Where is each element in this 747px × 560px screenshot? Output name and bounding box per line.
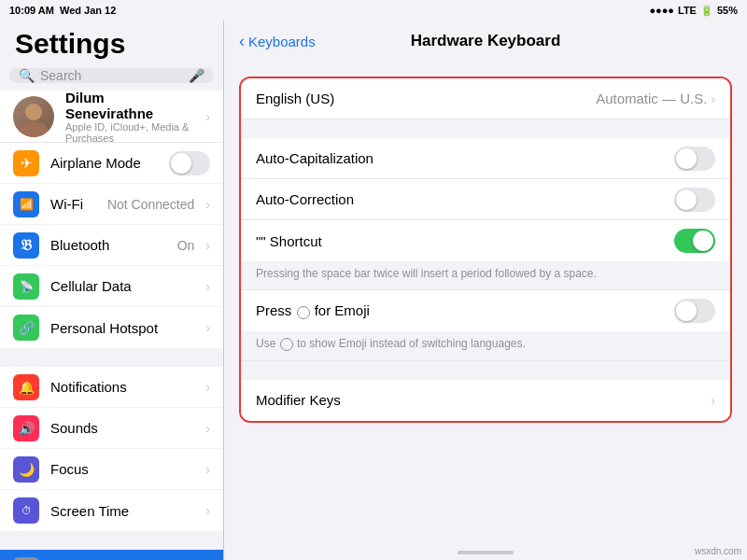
emoji-row[interactable]: Press for Emoji [241, 290, 730, 331]
battery-icon: 🔋 [700, 5, 713, 17]
sidebar-item-notifications[interactable]: 🔔 Notifications › [0, 367, 223, 408]
search-icon: 🔍 [19, 68, 35, 83]
period-shortcut-toggle[interactable] [674, 229, 715, 253]
sidebar: Settings 🔍 Search 🎤 Dilum Senevirathne A… [0, 21, 224, 560]
period-note: Pressing the space bar twice will insert… [241, 261, 730, 289]
language-value: Automatic — U.S. [596, 91, 707, 106]
hotspot-chevron: › [205, 320, 210, 335]
hotspot-icon: 🔗 [13, 315, 39, 341]
airplane-label: Airplane Mode [50, 155, 158, 171]
wifi-chevron: › [205, 197, 210, 212]
network-type: LTE [678, 5, 697, 16]
globe-icon-emoji [297, 306, 310, 319]
general-icon: ⚙ [13, 557, 39, 561]
user-profile-item[interactable]: Dilum Senevirathne Apple ID, iCloud+, Me… [0, 91, 223, 143]
bluetooth-icon: 𝔅 [13, 232, 39, 259]
sidebar-title: Settings [15, 28, 208, 59]
language-row[interactable]: English (US) Automatic — U.S. › [241, 78, 730, 119]
status-bar: 10:09 AM Wed Jan 12 ●●●● LTE 🔋 55% [0, 0, 747, 21]
search-placeholder: Search [40, 68, 183, 83]
nav-title: Hardware Keyboard [411, 32, 561, 50]
auto-correct-row[interactable]: Auto-Correction [241, 179, 730, 220]
airplane-toggle[interactable] [169, 151, 210, 175]
modifier-keys-label: Modifier Keys [256, 392, 711, 408]
status-time: 10:09 AM Wed Jan 12 [9, 5, 116, 16]
scroll-indicator [458, 551, 514, 554]
sounds-chevron: › [205, 421, 210, 436]
section-separator-1 [241, 119, 730, 138]
user-name: Dilum Senevirathne [65, 90, 194, 121]
notifications-chevron: › [205, 380, 210, 395]
sidebar-item-wifi[interactable]: 📶 Wi-Fi Not Connected › [0, 184, 223, 225]
back-chevron-icon: ‹ [239, 32, 245, 51]
sounds-icon: 🔊 [13, 415, 39, 441]
focus-chevron: › [205, 462, 210, 477]
wifi-label: Wi-Fi [50, 196, 96, 212]
chevron-right-icon: › [205, 109, 210, 124]
signal-icon: ●●●● [649, 5, 674, 16]
watermark: wsxdn.com [695, 546, 741, 556]
detail-card: English (US) Automatic — U.S. › Auto-Cap… [239, 77, 732, 423]
globe-icon-note [280, 338, 293, 351]
sidebar-item-screentime[interactable]: ⏱ Screen Time › [0, 490, 223, 531]
notifications-label: Notifications [50, 379, 194, 395]
cellular-icon: 📡 [13, 273, 39, 300]
emoji-toggle[interactable] [674, 299, 715, 323]
modifier-keys-chevron: › [711, 393, 715, 408]
language-chevron: › [711, 91, 715, 106]
screentime-label: Screen Time [50, 503, 194, 519]
back-label: Keyboards [248, 34, 316, 49]
status-indicators: ●●●● LTE 🔋 55% [649, 5, 738, 17]
auto-cap-label: Auto-Capitalization [256, 150, 674, 166]
auto-cap-toggle[interactable] [674, 147, 715, 171]
auto-correct-label: Auto-Correction [256, 191, 674, 207]
user-info: Dilum Senevirathne Apple ID, iCloud+, Me… [65, 90, 194, 144]
auto-cap-row[interactable]: Auto-Capitalization [241, 138, 730, 179]
focus-icon: 🌙 [13, 456, 39, 483]
battery-level: 55% [717, 5, 738, 16]
period-shortcut-label: "" Shortcut [256, 233, 674, 249]
sidebar-item-bluetooth[interactable]: 𝔅 Bluetooth On › [0, 225, 223, 266]
period-shortcut-row[interactable]: "" Shortcut [241, 220, 730, 261]
search-bar[interactable]: 🔍 Search 🎤 [9, 68, 214, 83]
sidebar-item-airplane[interactable]: ✈ Airplane Mode [0, 143, 223, 184]
wifi-value: Not Connected [107, 197, 194, 212]
sidebar-item-focus[interactable]: 🌙 Focus › [0, 449, 223, 490]
auto-correct-toggle[interactable] [674, 188, 715, 212]
settings-group-general: ⚙ General › ▦ Control Center › AA Displa… [0, 550, 223, 560]
bluetooth-label: Bluetooth [50, 237, 166, 253]
user-subtitle: Apple ID, iCloud+, Media & Purchases [65, 121, 194, 144]
focus-label: Focus [50, 461, 194, 477]
app-container: Settings 🔍 Search 🎤 Dilum Senevirathne A… [0, 21, 747, 560]
notifications-icon: 🔔 [13, 374, 39, 400]
settings-group-connectivity: ✈ Airplane Mode 📶 Wi-Fi Not Connected › … [0, 143, 223, 348]
screentime-icon: ⏱ [13, 497, 39, 524]
sidebar-item-hotspot[interactable]: 🔗 Personal Hotspot › [0, 307, 223, 348]
nav-bar: ‹ Keyboards Hardware Keyboard [224, 21, 747, 62]
sounds-label: Sounds [50, 420, 194, 436]
emoji-label: Press for Emoji [256, 302, 674, 318]
microphone-icon: 🎤 [189, 68, 204, 83]
cellular-label: Cellular Data [50, 278, 194, 294]
main-content: ‹ Keyboards Hardware Keyboard English (U… [224, 21, 747, 560]
bluetooth-value: On [177, 238, 195, 253]
cellular-chevron: › [205, 279, 210, 294]
sidebar-header: Settings [0, 21, 223, 63]
bluetooth-chevron: › [205, 238, 210, 253]
content-area: English (US) Automatic — U.S. › Auto-Cap… [224, 62, 747, 545]
language-label: English (US) [256, 91, 596, 106]
airplane-icon: ✈ [13, 150, 39, 176]
modifier-keys-row[interactable]: Modifier Keys › [241, 380, 730, 421]
emoji-note: Use to show Emoji instead of switching l… [241, 331, 730, 360]
sidebar-item-cellular[interactable]: 📡 Cellular Data › [0, 266, 223, 307]
sidebar-item-general[interactable]: ⚙ General › [0, 550, 223, 560]
settings-group-notifications: 🔔 Notifications › 🔊 Sounds › 🌙 Focus › ⏱… [0, 367, 223, 531]
sidebar-item-sounds[interactable]: 🔊 Sounds › [0, 408, 223, 449]
avatar [13, 96, 54, 137]
section-separator-4 [241, 361, 730, 380]
back-button[interactable]: ‹ Keyboards [239, 32, 316, 51]
screentime-chevron: › [205, 503, 210, 518]
wifi-icon: 📶 [13, 191, 39, 217]
hotspot-label: Personal Hotspot [50, 320, 194, 336]
